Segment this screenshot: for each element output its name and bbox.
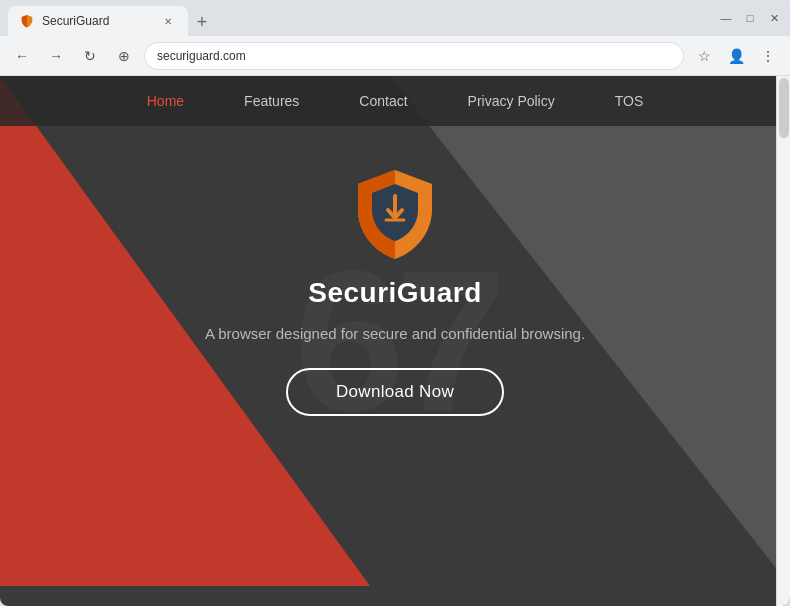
site-navbar: Home Features Contact Privacy Policy TOS — [0, 76, 790, 126]
nav-features[interactable]: Features — [244, 93, 299, 109]
app-name: SecuriGuard — [308, 277, 482, 309]
tab-title: SecuriGuard — [42, 14, 109, 28]
tab-bar: SecuriGuard ✕ + — [8, 0, 706, 36]
scrollbar-thumb[interactable] — [779, 78, 789, 138]
nav-contact[interactable]: Contact — [359, 93, 407, 109]
shield-logo-icon — [350, 166, 440, 261]
tab-close-button[interactable]: ✕ — [160, 13, 176, 29]
cast-button[interactable]: ⊕ — [110, 42, 138, 70]
close-button[interactable]: ✕ — [766, 10, 782, 26]
nav-tos[interactable]: TOS — [615, 93, 644, 109]
refresh-button[interactable]: ↻ — [76, 42, 104, 70]
profile-button[interactable]: 👤 — [722, 42, 750, 70]
hero-section: SecuriGuard A browser designed for secur… — [0, 126, 790, 416]
new-tab-button[interactable]: + — [188, 8, 216, 36]
browser-window: SecuriGuard ✕ + — □ ✕ ← → ↻ ⊕ securiguar… — [0, 0, 790, 606]
minimize-button[interactable]: — — [718, 10, 734, 26]
nav-bar: ← → ↻ ⊕ securiguard.com ☆ 👤 ⋮ — [0, 36, 790, 76]
title-bar: SecuriGuard ✕ + — □ ✕ — [0, 0, 790, 36]
url-text: securiguard.com — [157, 49, 246, 63]
active-tab[interactable]: SecuriGuard ✕ — [8, 6, 188, 36]
maximize-button[interactable]: □ — [742, 10, 758, 26]
address-bar[interactable]: securiguard.com — [144, 42, 684, 70]
window-controls: — □ ✕ — [718, 10, 782, 26]
nav-privacy[interactable]: Privacy Policy — [468, 93, 555, 109]
nav-icons: ☆ 👤 ⋮ — [690, 42, 782, 70]
bookmark-button[interactable]: ☆ — [690, 42, 718, 70]
back-button[interactable]: ← — [8, 42, 36, 70]
app-tagline: A browser designed for secure and confid… — [205, 325, 585, 342]
scrollbar-track[interactable] — [776, 76, 790, 606]
menu-button[interactable]: ⋮ — [754, 42, 782, 70]
tab-favicon-icon — [20, 14, 34, 28]
download-now-button[interactable]: Download Now — [286, 368, 504, 416]
website-content: 67 Home Features Contact Privacy Policy … — [0, 76, 790, 606]
nav-home[interactable]: Home — [147, 93, 184, 109]
forward-button[interactable]: → — [42, 42, 70, 70]
